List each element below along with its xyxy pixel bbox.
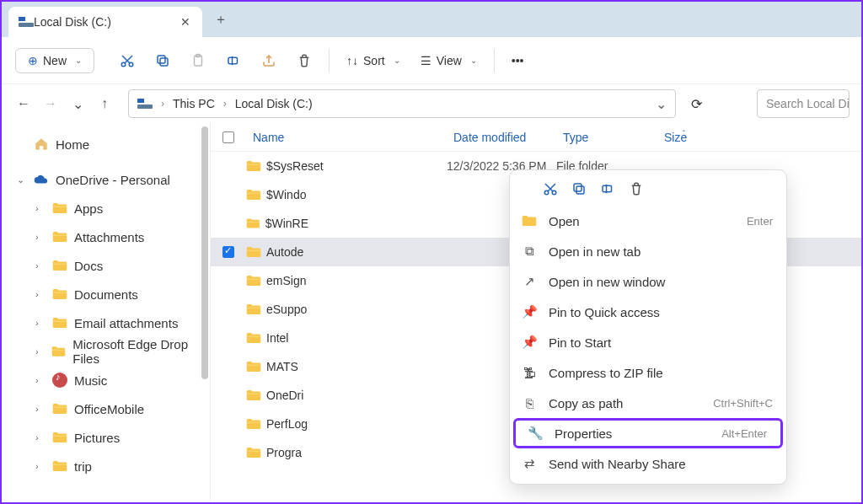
- column-headers: Name Date modified Type ˆSize: [211, 123, 861, 152]
- sort-button[interactable]: ↑↓ Sort ⌄: [338, 49, 409, 72]
- file-name: Autode: [266, 245, 303, 259]
- chevron-right-icon[interactable]: ›: [35, 232, 46, 242]
- copy-icon[interactable]: [571, 180, 587, 197]
- copy-path-icon: ⎘: [520, 396, 539, 410]
- delete-icon[interactable]: [628, 180, 645, 197]
- breadcrumb[interactable]: This PC: [173, 97, 215, 110]
- search-input[interactable]: Search Local Disk: [757, 89, 850, 118]
- new-label: New: [43, 54, 67, 67]
- chevron-right-icon[interactable]: ›: [35, 461, 46, 471]
- chevron-down-icon[interactable]: ⌄: [17, 174, 27, 185]
- chevron-right-icon[interactable]: ›: [35, 318, 46, 328]
- new-tab-button[interactable]: ＋: [214, 11, 228, 29]
- properties-icon: 🔧: [526, 426, 544, 441]
- recent-button[interactable]: ⌄: [67, 96, 88, 112]
- share-button[interactable]: [253, 48, 285, 73]
- pin-icon: 📌: [520, 335, 539, 350]
- rename-button[interactable]: [217, 48, 249, 73]
- context-pin-start[interactable]: 📌 Pin to Start: [510, 327, 786, 357]
- view-button[interactable]: ☰ View ⌄: [412, 49, 485, 72]
- more-button[interactable]: •••: [503, 49, 533, 72]
- share-icon: ⇄: [520, 456, 539, 471]
- chevron-right-icon[interactable]: ›: [35, 432, 46, 442]
- select-all-checkbox[interactable]: [222, 131, 234, 143]
- rename-icon[interactable]: [599, 180, 616, 197]
- context-zip[interactable]: 🗜 Compress to ZIP file: [510, 357, 786, 388]
- window-tab[interactable]: Local Disk (C:) ✕: [8, 7, 202, 37]
- column-size[interactable]: ˆSize: [657, 131, 725, 144]
- copy-button[interactable]: [147, 48, 179, 73]
- file-name: MATS: [266, 360, 298, 373]
- chevron-down-icon: ⌄: [470, 56, 477, 65]
- sidebar-item[interactable]: ›Microsoft Edge Drop Files: [2, 337, 210, 366]
- sidebar-item[interactable]: ›Email attachments: [2, 308, 210, 337]
- sidebar-item-label: Pictures: [74, 431, 120, 445]
- sidebar-item[interactable]: ›Attachments: [2, 223, 210, 251]
- column-date[interactable]: Date modified: [447, 131, 556, 144]
- row-checkbox[interactable]: [222, 246, 234, 258]
- delete-button[interactable]: [288, 48, 320, 73]
- chevron-right-icon[interactable]: ›: [35, 289, 46, 299]
- column-name[interactable]: Name: [246, 131, 447, 144]
- new-button[interactable]: ⊕ New ⌄: [15, 48, 94, 73]
- chevron-right-icon[interactable]: ›: [35, 346, 45, 357]
- sidebar-item[interactable]: ›Documents: [2, 280, 210, 308]
- paste-button[interactable]: [182, 48, 214, 73]
- chevron-right-icon[interactable]: ›: [35, 404, 46, 414]
- ctx-label: Copy as path: [549, 396, 623, 410]
- folder-icon: [246, 246, 261, 258]
- svg-rect-3: [158, 56, 165, 63]
- close-tab-icon[interactable]: ✕: [180, 15, 190, 29]
- context-quick-actions: [510, 175, 786, 206]
- cut-button[interactable]: [111, 48, 143, 73]
- folder-icon: [52, 403, 67, 415]
- sidebar-item[interactable]: ›Docs: [2, 251, 210, 280]
- refresh-button[interactable]: ⟳: [691, 96, 708, 112]
- sidebar-item[interactable]: ›Pictures: [2, 423, 210, 452]
- sidebar-item[interactable]: ›OfficeMobile: [2, 394, 210, 423]
- ctx-label: Properties: [555, 426, 612, 441]
- file-name: eSuppo: [266, 303, 307, 316]
- chevron-down-icon: ⌄: [75, 56, 82, 65]
- zip-icon: 🗜: [520, 366, 539, 380]
- sidebar-home[interactable]: Home: [2, 130, 210, 158]
- sidebar-item-label: Microsoft Edge Drop Files: [72, 337, 210, 366]
- chevron-down-icon[interactable]: ⌄: [656, 96, 667, 112]
- context-pin-quickaccess[interactable]: 📌 Pin to Quick access: [510, 297, 786, 327]
- chevron-right-icon: ›: [223, 98, 227, 110]
- back-button[interactable]: ←: [13, 96, 34, 111]
- chevron-right-icon[interactable]: ›: [35, 203, 46, 213]
- sort-icon: ↑↓: [346, 54, 358, 67]
- forward-button[interactable]: →: [40, 96, 61, 111]
- folder-icon: [246, 418, 261, 430]
- breadcrumb[interactable]: Local Disk (C:): [235, 97, 313, 110]
- address-bar[interactable]: › This PC › Local Disk (C:) ⌄: [128, 89, 676, 118]
- sidebar-onedrive[interactable]: ⌄ OneDrive - Personal: [2, 165, 210, 194]
- ctx-label: Pin to Start: [549, 335, 611, 350]
- chevron-right-icon[interactable]: ›: [35, 375, 46, 385]
- file-name: $Windo: [266, 188, 306, 201]
- open-tab-icon: ⧉: [520, 244, 539, 259]
- sidebar-item-label: Attachments: [74, 230, 144, 244]
- context-copy-path[interactable]: ⎘ Copy as path Ctrl+Shift+C: [510, 388, 786, 418]
- sidebar-item[interactable]: ›Music: [2, 366, 210, 394]
- up-button[interactable]: ↑: [94, 96, 115, 111]
- context-open-window[interactable]: ↗ Open in new window: [510, 266, 786, 297]
- chevron-down-icon: ⌄: [394, 56, 400, 65]
- chevron-right-icon[interactable]: ›: [35, 260, 46, 271]
- context-open-tab[interactable]: ⧉ Open in new tab: [510, 236, 786, 266]
- context-properties[interactable]: 🔧 Properties Alt+Enter: [513, 418, 783, 448]
- cut-icon[interactable]: [542, 180, 559, 197]
- folder-icon: [52, 288, 67, 300]
- ctx-label: Open: [549, 214, 580, 228]
- scrollbar[interactable]: [201, 126, 208, 379]
- context-open[interactable]: Open Enter: [510, 206, 786, 236]
- view-icon: ☰: [421, 54, 432, 67]
- column-type[interactable]: Type: [556, 131, 657, 144]
- sidebar-item[interactable]: ›trip: [2, 452, 210, 480]
- svg-rect-9: [576, 186, 584, 194]
- context-nearby-share[interactable]: ⇄ Send with Nearby Share: [510, 448, 786, 479]
- shortcut: Alt+Enter: [721, 427, 767, 440]
- sidebar-item[interactable]: ›Apps: [2, 194, 210, 223]
- ctx-label: Open in new tab: [549, 244, 641, 259]
